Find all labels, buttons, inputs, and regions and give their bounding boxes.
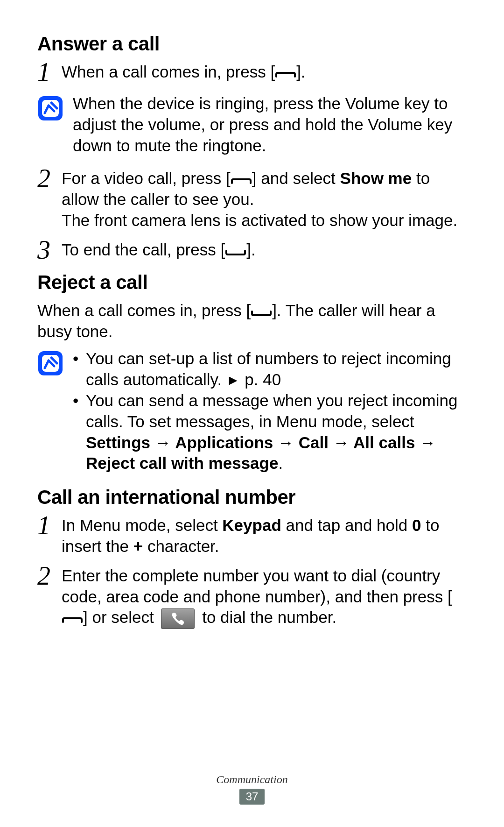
bullet-dot: • xyxy=(73,348,86,369)
step-row: 1 When a call comes in, press []. xyxy=(37,62,467,85)
step-row: 3 To end the call, press []. xyxy=(37,240,467,263)
bullet-item: • You can send a message when you reject… xyxy=(73,390,467,474)
text-fragment: ]. xyxy=(246,240,255,259)
paragraph: When a call comes in, press []. The call… xyxy=(37,300,467,342)
page-number-badge: 37 xyxy=(239,789,265,805)
step-text: When a call comes in, press []. xyxy=(62,62,467,83)
text-fragment: The front camera lens is activated to sh… xyxy=(62,210,467,231)
step-text: For a video call, press [] and select Sh… xyxy=(62,168,467,231)
note-block: • You can set-up a list of numbers to re… xyxy=(37,348,467,474)
bullet-text: You can send a message when you reject i… xyxy=(86,390,467,474)
arrow-sep: → xyxy=(415,433,436,452)
step-row: 2 For a video call, press [] and select … xyxy=(37,168,467,231)
bold-text: 0 xyxy=(412,516,421,534)
send-key-icon xyxy=(62,615,83,625)
step-row: 1 In Menu mode, select Keypad and tap an… xyxy=(37,515,467,557)
text-fragment: ] and select xyxy=(252,169,340,187)
page-footer: Communication 37 xyxy=(0,773,504,805)
text-fragment: to dial the number. xyxy=(197,608,336,626)
plus-char: + xyxy=(133,537,143,555)
bold-text: Call xyxy=(299,433,329,452)
note-body: • You can set-up a list of numbers to re… xyxy=(73,348,467,474)
note-icon xyxy=(37,95,63,121)
text-fragment: You can send a message when you reject i… xyxy=(86,391,457,431)
arrow-sep: → xyxy=(273,433,298,452)
bold-text: Applications xyxy=(175,433,273,452)
text-fragment: To end the call, press [ xyxy=(62,240,225,259)
dial-button-icon xyxy=(161,608,195,629)
section-title-reject: Reject a call xyxy=(37,271,467,294)
step-row: 2 Enter the complete number you want to … xyxy=(37,565,467,629)
text-fragment: ] or select xyxy=(83,608,158,626)
end-key-icon xyxy=(225,248,246,257)
text-fragment: In Menu mode, select xyxy=(62,516,222,534)
section-title-intl: Call an international number xyxy=(37,486,467,509)
bullet-text: You can set-up a list of numbers to reje… xyxy=(86,348,467,390)
step-number: 2 xyxy=(37,165,62,191)
send-key-icon xyxy=(275,70,296,79)
bullet-item: • You can set-up a list of numbers to re… xyxy=(73,348,467,390)
bold-text: Settings xyxy=(86,433,150,452)
arrow-sep: → xyxy=(150,433,175,452)
text-fragment: p. 40 xyxy=(240,370,281,389)
text-fragment: ]. xyxy=(296,63,305,81)
bold-text: Show me xyxy=(340,169,412,187)
step-number: 2 xyxy=(37,563,62,589)
bold-text: Keypad xyxy=(222,516,281,534)
text-fragment: and tap and hold xyxy=(281,516,412,534)
bullet-dot: • xyxy=(73,390,86,411)
note-icon xyxy=(37,350,63,376)
step-number: 1 xyxy=(37,59,62,85)
text-fragment: When a call comes in, press [ xyxy=(37,301,251,319)
step-text: To end the call, press []. xyxy=(62,240,467,261)
step-number: 1 xyxy=(37,512,62,538)
arrow-sep: → xyxy=(329,433,353,452)
bold-text: Reject call with message xyxy=(86,454,278,472)
section-title-answer: Answer a call xyxy=(37,33,467,55)
text-fragment: For a video call, press [ xyxy=(62,169,231,187)
text-fragment: Enter the complete number you want to di… xyxy=(62,566,452,606)
text-fragment: When a call comes in, press [ xyxy=(62,63,275,81)
step-text: Enter the complete number you want to di… xyxy=(62,565,467,629)
note-block: When the device is ringing, press the Vo… xyxy=(37,93,467,156)
footer-section-label: Communication xyxy=(0,773,504,786)
end-key-icon xyxy=(251,309,272,318)
note-text: When the device is ringing, press the Vo… xyxy=(73,93,467,156)
step-text: In Menu mode, select Keypad and tap and … xyxy=(62,515,467,557)
manual-page: Answer a call 1 When a call comes in, pr… xyxy=(0,0,504,827)
bold-text: All calls xyxy=(353,433,415,452)
page-content: Answer a call 1 When a call comes in, pr… xyxy=(37,33,467,629)
text-fragment: . xyxy=(278,454,283,472)
triangle-icon: ► xyxy=(226,372,240,388)
send-key-icon xyxy=(231,177,252,186)
step-number: 3 xyxy=(37,237,62,263)
text-fragment: character. xyxy=(143,537,219,555)
